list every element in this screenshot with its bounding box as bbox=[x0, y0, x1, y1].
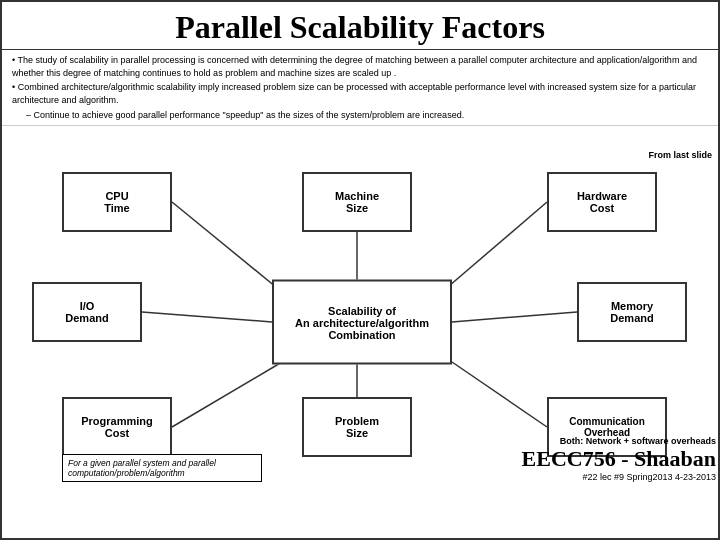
bottom-right-info: Both: Network + software overheads EECC7… bbox=[522, 436, 716, 482]
memory-demand-box: MemoryDemand bbox=[577, 282, 687, 342]
center-box-label: Scalability ofAn architecture/algorithmC… bbox=[295, 304, 429, 340]
svg-line-5 bbox=[172, 362, 282, 427]
hardware-cost-box: HardwareCost bbox=[547, 172, 657, 232]
diagram-area: Scalability ofAn architecture/algorithmC… bbox=[2, 152, 720, 492]
cpu-time-label: CPUTime bbox=[104, 190, 129, 214]
course-details: #22 lec #9 Spring2013 4-23-2013 bbox=[522, 472, 716, 482]
svg-line-2 bbox=[442, 202, 547, 292]
eecc-label: EECC756 - Shaaban bbox=[522, 446, 716, 472]
bottom-left-info: For a given parallel system and parallel… bbox=[62, 454, 262, 482]
svg-line-0 bbox=[172, 202, 282, 292]
slide: Parallel Scalability Factors • The study… bbox=[0, 0, 720, 540]
comm-overhead-label: CommunicationOverhead bbox=[569, 416, 645, 438]
bullet1: • The study of scalability in parallel p… bbox=[12, 54, 708, 79]
title-area: Parallel Scalability Factors bbox=[2, 2, 718, 50]
io-demand-box: I/ODemand bbox=[32, 282, 142, 342]
memory-demand-label: MemoryDemand bbox=[610, 300, 653, 324]
both-text: Both: Network + software overheads bbox=[522, 436, 716, 446]
problem-size-label: ProblemSize bbox=[335, 415, 379, 439]
programming-cost-label: ProgrammingCost bbox=[81, 415, 153, 439]
problem-size-box: ProblemSize bbox=[302, 397, 412, 457]
bullet3: – Continue to achieve good parallel perf… bbox=[12, 109, 708, 122]
io-demand-label: I/ODemand bbox=[65, 300, 108, 324]
cpu-time-box: CPUTime bbox=[62, 172, 172, 232]
bottom-left-text: For a given parallel system and parallel… bbox=[68, 458, 216, 478]
bullet-text-area: • The study of scalability in parallel p… bbox=[2, 50, 718, 126]
machine-size-box: MachineSize bbox=[302, 172, 412, 232]
programming-cost-box: ProgrammingCost bbox=[62, 397, 172, 457]
svg-line-7 bbox=[452, 362, 547, 427]
slide-title: Parallel Scalability Factors bbox=[12, 10, 708, 45]
machine-size-label: MachineSize bbox=[335, 190, 379, 214]
svg-line-4 bbox=[452, 312, 577, 322]
bullet2: • Combined architecture/algorithmic scal… bbox=[12, 81, 708, 106]
hardware-cost-label: HardwareCost bbox=[577, 190, 627, 214]
center-box: Scalability ofAn architecture/algorithmC… bbox=[272, 280, 452, 365]
svg-line-3 bbox=[142, 312, 272, 322]
